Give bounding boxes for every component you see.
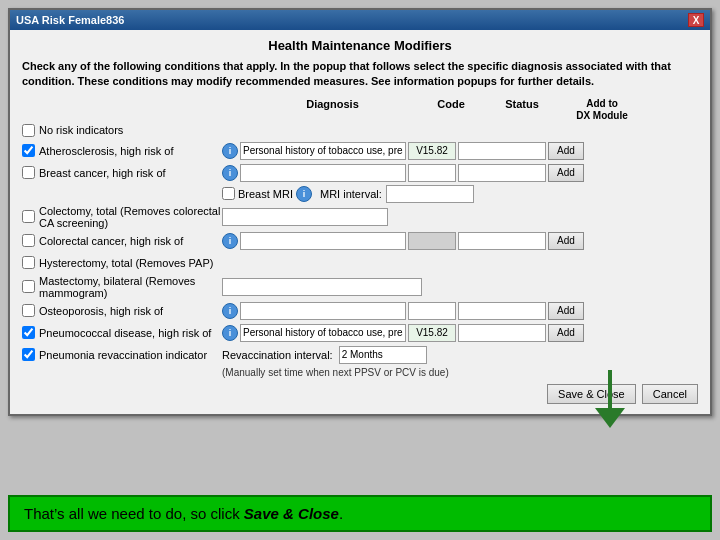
dialog-title: Health Maintenance Modifiers [22,38,698,53]
col-header-diagnosis: Diagnosis [240,98,425,122]
code-pneumococcal[interactable] [408,324,456,342]
checkbox-breast-mri[interactable] [222,187,235,200]
tooltip-highlight: Save & Close [244,505,339,522]
checkbox-atherosclerosis[interactable] [22,144,35,157]
title-bar: USA Risk Female836 X [10,10,710,30]
intro-text: Check any of the following conditions th… [22,59,698,90]
status-pneumococcal[interactable] [458,324,546,342]
cancel-button[interactable]: Cancel [642,384,698,404]
mri-interval-label: MRI interval: [320,188,382,200]
row-breast-mri: Breast MRI i MRI interval: [222,185,698,203]
mri-interval-field[interactable] [386,185,474,203]
diagnosis-breast-cancer[interactable] [240,164,406,182]
label-colectomy: Colectomy, total (Removes colorectal CA … [39,205,222,229]
status-osteoporosis[interactable] [458,302,546,320]
label-osteoporosis: Osteoporosis, high risk of [39,305,163,317]
row-pneumonia-revacc: Pneumonia revaccination indicator Revacc… [22,345,698,365]
add-btn-atherosclerosis[interactable]: Add [548,142,584,160]
label-pneumonia-revacc: Pneumonia revaccination indicator [39,349,207,361]
checkbox-breast-cancer[interactable] [22,166,35,179]
checkbox-colectomy[interactable] [22,210,35,223]
diagnosis-mastectomy[interactable] [222,278,422,296]
add-btn-osteoporosis[interactable]: Add [548,302,584,320]
col-header-code: Code [425,98,477,122]
checkbox-pneumonia-revacc[interactable] [22,348,35,361]
diagnosis-colectomy[interactable] [222,208,388,226]
label-mastectomy: Mastectomy, bilateral (Removes mammogram… [39,275,222,299]
code-breast-cancer[interactable] [408,164,456,182]
code-osteoporosis[interactable] [408,302,456,320]
close-button[interactable]: X [688,13,704,27]
main-window: USA Risk Female836 X Health Maintenance … [8,8,712,416]
row-colorectal: Colorectal cancer, high risk of i Add [22,231,698,251]
info-btn-pneumococcal[interactable]: i [222,325,238,341]
row-atherosclerosis: Atherosclerosis, high risk of i Add [22,141,698,161]
status-atherosclerosis[interactable] [458,142,546,160]
label-atherosclerosis: Atherosclerosis, high risk of [39,145,174,157]
row-breast-cancer: Breast cancer, high risk of i Add [22,163,698,183]
tooltip-text-after: . [339,505,343,522]
info-btn-breast-mri[interactable]: i [296,186,312,202]
revacc-label: Revaccination interval: [222,349,333,361]
info-btn-colorectal[interactable]: i [222,233,238,249]
svg-marker-1 [595,408,625,428]
label-no-risk: No risk indicators [39,124,123,136]
col-header-status: Status [477,98,567,122]
status-colorectal[interactable] [458,232,546,250]
label-breast-cancer: Breast cancer, high risk of [39,167,166,179]
diagnosis-osteoporosis[interactable] [240,302,406,320]
arrow-icon [585,370,635,430]
row-hysterectomy: Hysterectomy, total (Removes PAP) [22,253,698,273]
tooltip-bar: That’s all we need to do, so click Save … [8,495,712,532]
code-colorectal[interactable] [408,232,456,250]
label-breast-mri: Breast MRI [238,188,293,200]
label-hysterectomy: Hysterectomy, total (Removes PAP) [39,257,213,269]
tooltip-text-before: That’s all we need to do, so click [24,505,244,522]
add-btn-breast-cancer[interactable]: Add [548,164,584,182]
checkbox-osteoporosis[interactable] [22,304,35,317]
row-mastectomy: Mastectomy, bilateral (Removes mammogram… [22,275,698,299]
diagnosis-colorectal[interactable] [240,232,406,250]
checkbox-colorectal[interactable] [22,234,35,247]
checkbox-hysterectomy[interactable] [22,256,35,269]
row-pneumococcal: Pneumococcal disease, high risk of i Add [22,323,698,343]
window-title: USA Risk Female836 [16,14,124,26]
row-colectomy: Colectomy, total (Removes colorectal CA … [22,205,698,229]
intro-line2: condition. These conditions may modify r… [22,75,594,87]
label-colorectal: Colorectal cancer, high risk of [39,235,183,247]
status-breast-cancer[interactable] [458,164,546,182]
revacc-interval-field[interactable] [339,346,427,364]
info-btn-osteoporosis[interactable]: i [222,303,238,319]
diagnosis-pneumococcal[interactable] [240,324,406,342]
col-header-addtodx: Add toDX Module [567,98,637,122]
checkbox-pneumococcal[interactable] [22,326,35,339]
row-no-risk: No risk indicators [22,124,698,137]
checkbox-no-risk[interactable] [22,124,35,137]
info-btn-atherosclerosis[interactable]: i [222,143,238,159]
add-btn-pneumococcal[interactable]: Add [548,324,584,342]
checkbox-mastectomy[interactable] [22,280,35,293]
column-headers: Diagnosis Code Status Add toDX Module [222,98,698,122]
info-btn-breast-cancer[interactable]: i [222,165,238,181]
label-pneumococcal: Pneumococcal disease, high risk of [39,327,211,339]
row-osteoporosis: Osteoporosis, high risk of i Add [22,301,698,321]
add-btn-colorectal[interactable]: Add [548,232,584,250]
dialog-content: Health Maintenance Modifiers Check any o… [10,30,710,414]
diagnosis-atherosclerosis[interactable] [240,142,406,160]
code-atherosclerosis[interactable] [408,142,456,160]
